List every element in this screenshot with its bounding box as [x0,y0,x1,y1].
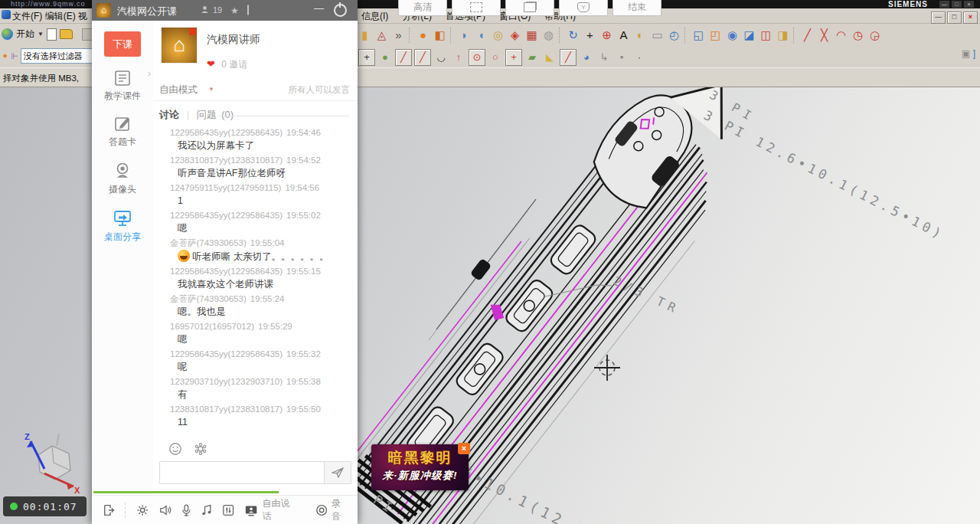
plus-icon[interactable]: + [583,28,596,42]
clock-b-icon[interactable]: ◶ [868,28,881,42]
selection-filter-dropdown[interactable]: 没有选择过滤器 [21,48,93,64]
free-talk-icon[interactable] [244,503,258,517]
snap-arrow-icon[interactable]: ↑ [451,50,466,65]
os-maximize-button[interactable]: □ [952,1,962,8]
start-caret-icon[interactable]: ▼ [38,31,44,38]
overflow-dot-icon[interactable]: · [632,50,647,65]
clock-a-icon[interactable]: ◷ [851,28,864,42]
favorite-star-icon[interactable]: ★ [230,5,239,16]
record-icon[interactable] [315,503,328,517]
power-button[interactable] [334,4,347,17]
arc-tool-icon[interactable]: ◠ [835,28,848,42]
text-icon[interactable]: A [617,28,630,42]
csys-icon[interactable]: ⊕ [600,28,613,42]
selection-flag-icon[interactable]: ⊩ [11,51,18,61]
end-capture-button[interactable]: 结束 [612,0,662,16]
section-view-icon[interactable]: ◐ [634,28,647,42]
nx-menu-fragment[interactable]: 文件(F) 编辑(E) 视 [12,10,87,23]
snap-circle-icon[interactable]: ○ [488,50,503,65]
handle-grey-icon[interactable]: ↳ [596,50,612,65]
separator[interactable] [793,28,797,43]
tab-question[interactable]: 问题 [197,109,217,120]
extrude-icon[interactable]: ◗ [458,28,471,42]
block-primitive-icon[interactable]: ◧ [433,28,446,42]
snap-center-icon[interactable]: ⊙ [469,49,485,66]
separator[interactable] [409,28,413,43]
sticker-gear-icon[interactable] [194,442,207,456]
separator[interactable] [559,28,563,43]
revolve-icon[interactable]: ◖ [475,28,488,42]
ad-close-button[interactable]: × [458,443,470,454]
overflow-chevron-icon[interactable]: » [392,28,405,42]
child-restore-button[interactable]: □ [947,11,962,24]
datum-plane-icon[interactable]: ◬ [375,28,388,42]
wave-link-icon[interactable]: ◫ [760,28,773,42]
sidebar-item-camera[interactable]: 摄像头 [92,162,153,196]
shell-icon[interactable]: ▦ [525,28,538,42]
snap-intersection-icon[interactable]: + [505,49,522,66]
hd-button[interactable]: 高清 [398,0,447,16]
paste-icon[interactable] [82,28,93,41]
sphere-primitive-icon[interactable]: ● [416,28,430,42]
hole-icon[interactable]: ◎ [492,28,505,42]
chat-input[interactable] [159,461,324,484]
snap-point-icon[interactable]: + [358,49,375,66]
emoji-picker-icon[interactable] [168,442,182,456]
sketch-icon[interactable]: ▮ [358,28,371,42]
nx-menu-item[interactable]: 信息(I) [361,10,388,23]
region-select-button[interactable] [452,0,501,16]
os-close-button[interactable]: × [964,1,974,8]
clamp-icon[interactable]: ▭ [651,28,664,42]
webinar-titlebar[interactable]: ⌂ 汽模网公开课 19 ★ — [92,0,358,21]
snap-angle-icon[interactable]: ◣ [542,50,557,65]
record-label[interactable]: 录音 [332,497,348,523]
separator[interactable] [684,28,688,43]
window-select-button[interactable] [505,0,554,16]
os-minimize-button[interactable]: — [939,1,949,8]
message-list[interactable]: 1229586435yy(1229586435)19:54:46 我还以为屏幕卡… [153,126,354,433]
draft-icon[interactable]: ◍ [542,28,555,42]
handle-grey2-icon[interactable]: ▪ [614,50,629,65]
selection-star-icon[interactable]: ✦ [2,51,8,61]
trim-tool-icon[interactable]: ╳ [818,28,831,42]
pattern-icon[interactable]: ◈ [508,28,521,42]
part-orange-icon[interactable]: ◰ [709,28,722,42]
snap-sphere-icon[interactable]: ◕ [579,50,594,65]
assembly-icon[interactable]: ◪ [743,28,756,42]
free-talk-label[interactable]: 自由说话 [262,497,296,523]
snap-curve-icon[interactable]: ◡ [433,50,449,65]
ad-banner[interactable]: 暗黑黎明 来·新服冲级赛! × [371,444,469,490]
refresh-icon[interactable]: ↻ [567,28,580,42]
new-file-icon[interactable] [47,28,57,41]
dock-mini-icon[interactable]: ▣ [962,48,970,59]
dock-handle-icon[interactable]: ] [973,48,975,59]
child-close-button[interactable]: × [963,11,978,24]
open-folder-icon[interactable] [60,29,73,39]
minimize-button[interactable]: — [314,2,324,14]
snap-point-on-curve-icon[interactable]: ╱ [560,49,577,66]
chevron-down-icon[interactable]: ▼ [208,86,214,93]
snap-endpoint-icon[interactable]: ╱ [395,49,412,66]
sidebar-item-desktop-share[interactable]: 桌面分享 [92,209,153,244]
rotate-view-icon[interactable]: ◴ [668,28,681,42]
mixer-icon[interactable] [222,503,234,517]
send-button[interactable] [324,461,351,484]
snap-midpoint-icon[interactable]: ╱ [414,49,431,66]
move-component-icon[interactable]: ◨ [776,28,789,42]
music-note-icon[interactable] [201,503,213,517]
start-button[interactable]: 开始 [16,28,34,41]
hotkey-button[interactable]: Y [559,0,608,16]
separator[interactable] [450,28,454,43]
microphone-icon[interactable] [181,503,191,517]
part-blue-icon[interactable]: ◱ [692,28,705,42]
snap-face-icon[interactable]: ▰ [524,50,540,65]
settings-gear-icon[interactable] [136,503,149,517]
speaker-icon[interactable] [159,503,172,517]
end-class-button[interactable]: 下课 [104,31,141,57]
sidebar-item-answer-card[interactable]: 答题卡 [92,116,153,149]
collapse-chevron-icon[interactable]: › [148,68,151,79]
line-tool-icon[interactable]: ╱ [801,28,814,42]
child-minimize-button[interactable]: — [931,11,946,24]
tab-discuss[interactable]: 讨论 [159,109,179,120]
camera-icon[interactable]: ◉ [726,28,739,42]
